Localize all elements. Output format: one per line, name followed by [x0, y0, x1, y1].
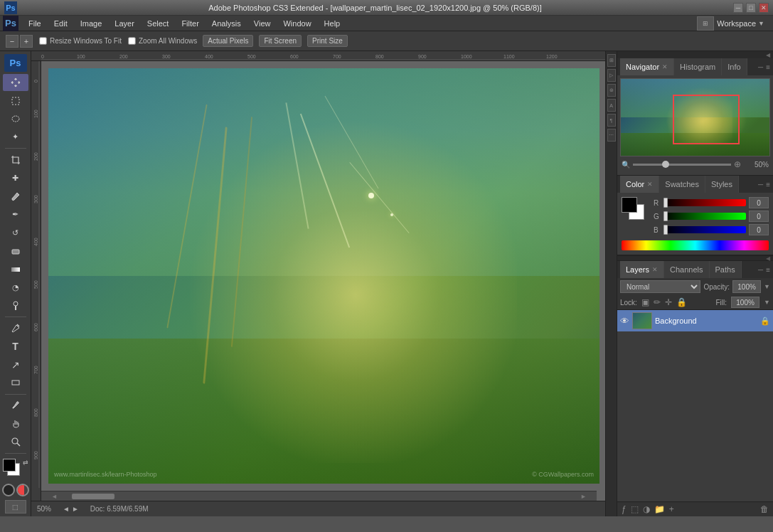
marquee-tool[interactable] [3, 92, 28, 110]
lock-transparency-btn[interactable]: ▣ [641, 297, 649, 307]
right-strip-btn3[interactable]: ⊛ [607, 84, 616, 97]
menu-analysis[interactable]: Analysis [206, 18, 247, 29]
canvas-area[interactable]: www.martinlisec.sk/learn-Photoshop © CGW… [41, 61, 607, 501]
green-value[interactable]: 0 [749, 211, 769, 222]
color-panel-min-btn[interactable]: ─ [758, 181, 763, 188]
fg-color-swatch[interactable] [622, 197, 637, 213]
close-layers-tab[interactable]: ✕ [652, 266, 658, 273]
gradient-tool[interactable] [3, 260, 28, 278]
menu-window[interactable]: Window [277, 18, 316, 29]
move-tool[interactable] [3, 74, 28, 92]
history-brush-tool[interactable]: ↺ [3, 224, 28, 242]
hscroll-right[interactable]: ► [580, 493, 587, 500]
minimize-button[interactable]: ─ [733, 3, 743, 13]
tab-color[interactable]: Color ✕ [620, 176, 659, 193]
opacity-input[interactable] [732, 280, 761, 293]
quick-mask-on[interactable] [16, 484, 29, 496]
opacity-arrow[interactable]: ▼ [764, 283, 770, 290]
lock-all-btn[interactable]: 🔒 [676, 297, 687, 307]
path-select-tool[interactable]: ↗ [3, 356, 28, 373]
add-mask-btn[interactable]: ⬚ [631, 504, 639, 514]
green-slider[interactable] [663, 213, 746, 220]
tab-layers[interactable]: Layers ✕ [620, 261, 664, 278]
red-slider[interactable] [663, 199, 746, 206]
pen-tool[interactable] [3, 319, 28, 337]
dodge-tool[interactable] [3, 297, 28, 314]
menu-help[interactable]: Help [319, 18, 346, 29]
print-size-button[interactable]: Print Size [307, 35, 348, 47]
zoom-all-windows-checkbox[interactable]: Zoom All Windows [127, 36, 197, 46]
hscroll-thumb[interactable] [72, 494, 114, 499]
menu-file[interactable]: File [23, 18, 47, 29]
right-strip-btn5[interactable]: ¶ [607, 114, 616, 127]
nav-next[interactable]: ► [72, 505, 79, 513]
nav-zoom-in-icon[interactable]: ⊕ [734, 159, 741, 169]
nav-prev[interactable]: ◄ [63, 505, 70, 513]
blue-slider[interactable] [663, 226, 746, 233]
add-style-btn[interactable]: ƒ [622, 504, 627, 514]
delete-layer-btn[interactable]: 🗑 [760, 504, 769, 514]
menu-layer[interactable]: Layer [109, 18, 140, 29]
fill-input[interactable] [731, 297, 759, 308]
shape-tool[interactable] [3, 374, 28, 392]
workspace-selector[interactable]: Workspace ▼ [717, 19, 764, 28]
blue-value[interactable]: 0 [749, 224, 769, 235]
foreground-color[interactable] [3, 459, 16, 472]
lock-position-btn[interactable]: ✛ [665, 297, 672, 307]
blur-tool[interactable]: ◔ [3, 279, 28, 297]
healing-tool[interactable]: ✚ [3, 169, 28, 187]
magic-wand-tool[interactable]: ✦ [3, 129, 28, 147]
layers-panel-min-btn[interactable]: ─ [758, 266, 763, 274]
nav-zoom-out-icon[interactable]: 🔍 [622, 161, 630, 169]
lasso-tool[interactable] [3, 110, 28, 128]
crop-tool[interactable] [3, 151, 28, 169]
right-strip-btn1[interactable]: ⊞ [607, 54, 616, 67]
tab-info[interactable]: Info [722, 58, 747, 75]
resize-windows-checkbox[interactable]: Resize Windows To Fit [38, 36, 122, 46]
panel-menu-btn[interactable]: ≡ [766, 63, 770, 71]
screen-mode[interactable]: ⬚ [5, 500, 26, 514]
fit-screen-button[interactable]: Fit Screen [259, 35, 302, 47]
tab-paths[interactable]: Paths [710, 261, 742, 278]
clone-stamp-tool[interactable]: ✒ [3, 206, 28, 223]
menu-edit[interactable]: Edit [48, 18, 73, 29]
tab-styles[interactable]: Styles [705, 176, 739, 193]
tab-channels[interactable]: Channels [664, 261, 709, 278]
right-strip-btn4[interactable]: A [607, 99, 616, 112]
close-navigator-tab[interactable]: ✕ [662, 63, 668, 70]
close-button[interactable]: ✕ [759, 3, 769, 13]
color-boxes[interactable]: ⇄ [3, 459, 28, 479]
red-value[interactable]: 0 [749, 197, 769, 208]
quick-mask-off[interactable] [2, 484, 15, 496]
nav-zoom-slider[interactable] [633, 164, 731, 166]
layer-row-background[interactable]: 👁 Background 🔒 [617, 310, 773, 331]
add-adjustment-btn[interactable]: ◑ [643, 504, 650, 514]
tab-histogram[interactable]: Histogram [674, 58, 722, 75]
type-tool[interactable]: T [3, 338, 28, 356]
panel-min-btn[interactable]: ─ [758, 63, 763, 71]
color-spectrum[interactable] [622, 240, 769, 250]
menu-image[interactable]: Image [75, 18, 108, 29]
layer-visibility-icon[interactable]: 👁 [620, 316, 629, 326]
right-strip-btn2[interactable]: ▷ [607, 69, 616, 82]
hand-tool[interactable] [3, 415, 28, 432]
menu-select[interactable]: Select [142, 18, 175, 29]
brush-tool[interactable] [3, 188, 28, 206]
zoom-tool[interactable] [3, 433, 28, 451]
zoom-out-button[interactable]: − [6, 35, 18, 48]
tab-swatches[interactable]: Swatches [659, 176, 705, 193]
right-strip-btn6[interactable]: ⋯ [607, 129, 616, 142]
lock-pixels-btn[interactable]: ✏ [654, 297, 661, 307]
new-layer-btn[interactable]: + [669, 504, 674, 514]
close-color-tab[interactable]: ✕ [647, 181, 653, 188]
eraser-tool[interactable] [3, 243, 28, 260]
workspace-icon[interactable]: ⊞ [697, 16, 714, 31]
layer-mode-select[interactable]: Normal Multiply Screen [620, 280, 700, 293]
actual-pixels-button[interactable]: Actual Pixels [203, 35, 253, 47]
color-panel-menu-btn[interactable]: ≡ [766, 181, 770, 188]
menu-filter[interactable]: Filter [176, 18, 204, 29]
fill-arrow[interactable]: ▼ [764, 299, 770, 306]
canvas-hscroll[interactable]: ◄ ► [41, 491, 597, 501]
new-group-btn[interactable]: 📁 [654, 504, 665, 514]
menu-view[interactable]: View [248, 18, 277, 29]
